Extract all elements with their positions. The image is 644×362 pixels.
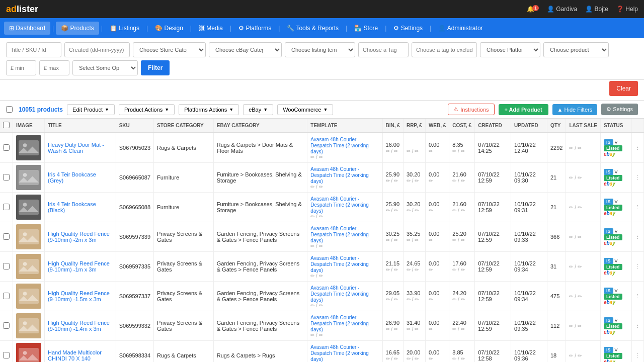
template-link[interactable]: Avasam 48h Courier - Despatch Time (2 wo… bbox=[310, 255, 369, 273]
status-listed-badge: Listed bbox=[604, 234, 622, 240]
row-checkbox[interactable] bbox=[3, 144, 10, 151]
row-store-category-cell: Privacy Screens & Gates bbox=[154, 252, 214, 282]
template-edit-icons: ✏ / ✏ bbox=[310, 243, 379, 249]
price-min-input[interactable] bbox=[6, 60, 36, 75]
add-product-button[interactable]: + Add Product bbox=[499, 104, 548, 115]
row-checkbox[interactable] bbox=[3, 263, 10, 269]
listing-template-select[interactable]: Choose listing templat... bbox=[285, 42, 355, 57]
template-link[interactable]: Avasam 48h Courier - Despatch Time (2 wo… bbox=[310, 196, 369, 214]
platform-select[interactable]: Choose Platform bbox=[480, 42, 540, 57]
template-link[interactable]: Avasam 48h Courier - Despatch Time (2 wo… bbox=[310, 344, 369, 362]
notification-bell[interactable]: 🔔1 bbox=[527, 6, 539, 13]
product-actions-button[interactable]: Product Actions ▼ bbox=[119, 104, 175, 115]
nav-administrator[interactable]: 👤 Administrator bbox=[433, 22, 488, 35]
hide-filters-button[interactable]: ▲ Hide Filters bbox=[552, 104, 598, 115]
options-select[interactable]: Select Some Options bbox=[72, 60, 138, 75]
row-web-cell: 0.00✏ bbox=[425, 252, 449, 282]
nav-design[interactable]: 🎨 Design bbox=[150, 22, 188, 35]
row-checkbox[interactable] bbox=[3, 233, 10, 240]
product-title-link[interactable]: High Quality Reed Fence (9-10mm) -1.5m x… bbox=[48, 290, 110, 302]
row-updated-cell: 10/10/22 09:34 bbox=[511, 282, 547, 311]
title-sku-id-input[interactable] bbox=[6, 42, 61, 57]
row-template-cell: Avasam 48h Courier - Despatch Time (2 wo… bbox=[307, 282, 382, 311]
col-ebay-category: EBAY CATEGORY bbox=[213, 119, 307, 133]
row-status-cell: IS V Listed ebay bbox=[600, 282, 631, 311]
tag-exclude-input[interactable] bbox=[412, 42, 477, 57]
row-qty-cell: 475 bbox=[547, 282, 566, 311]
row-more-cell: ⋮ bbox=[631, 133, 643, 163]
store-category-select[interactable]: Choose Store Category bbox=[133, 42, 206, 57]
edit-product-button[interactable]: Edit Product ▼ bbox=[67, 104, 115, 115]
nav-products[interactable]: 📦 Products bbox=[56, 22, 99, 35]
row-checkbox[interactable] bbox=[3, 293, 10, 299]
template-link[interactable]: Avasam 48h Courier - Despatch Time (2 wo… bbox=[310, 315, 369, 332]
status-is-badge: IS bbox=[604, 347, 613, 353]
product-title-link[interactable]: Iris 4 Teir Bookcase (Grey) bbox=[48, 171, 96, 184]
row-title-cell: High Quality Reed Fence (9-10mm) -1m x 3… bbox=[45, 252, 116, 282]
help-link[interactable]: ❓ Help bbox=[616, 6, 638, 13]
row-checkbox[interactable] bbox=[3, 204, 10, 210]
more-icon[interactable]: ⋮ bbox=[635, 204, 640, 210]
more-icon[interactable]: ⋮ bbox=[635, 234, 640, 240]
more-icon[interactable]: ⋮ bbox=[635, 323, 640, 329]
product-thumbnail bbox=[16, 343, 41, 362]
product-title-link[interactable]: Iris 4 Teir Bookcase (Black) bbox=[48, 201, 96, 213]
product-title-link[interactable]: Heavy Duty Door Mat - Wash & Clean bbox=[48, 142, 104, 154]
row-checkbox[interactable] bbox=[3, 174, 10, 180]
table-row: Hand Made Multicolor CHINDI 70 X 140 S06… bbox=[0, 341, 644, 363]
table-row: High Quality Reed Fence (9-10mm) -1.4m x… bbox=[0, 311, 644, 341]
status-is-badge: IS bbox=[604, 139, 613, 145]
row-more-cell: ⋮ bbox=[631, 163, 643, 193]
more-icon[interactable]: ⋮ bbox=[635, 293, 640, 299]
row-web-cell: 0.00✏ bbox=[425, 133, 449, 163]
product-type-select[interactable]: Choose product type... bbox=[543, 42, 609, 57]
template-link[interactable]: Avasam 48h Courier - Despatch Time (2 wo… bbox=[310, 226, 369, 243]
ebay-category-select[interactable]: Choose eBay Category bbox=[209, 42, 282, 57]
product-title-link[interactable]: High Quality Reed Fence (9-10mm) -2m x 3… bbox=[48, 231, 110, 243]
price-max-input[interactable] bbox=[39, 60, 69, 75]
select-all-checkbox[interactable] bbox=[6, 106, 13, 113]
header-checkbox[interactable] bbox=[3, 122, 10, 128]
row-rrp-cell: 33.90✏ / ✏ bbox=[403, 282, 425, 311]
row-updated-cell: 10/10/22 12:40 bbox=[511, 133, 547, 163]
user-bojte[interactable]: 👤 Bojte bbox=[585, 6, 608, 13]
more-icon[interactable]: ⋮ bbox=[635, 352, 640, 358]
row-title-cell: Iris 4 Teir Bookcase (Black) bbox=[45, 193, 116, 222]
more-icon[interactable]: ⋮ bbox=[635, 145, 640, 151]
platforms-actions-button[interactable]: Platforms Actions ▼ bbox=[179, 104, 239, 115]
template-link[interactable]: Avasam 48h Courier - Despatch Time (2 wo… bbox=[310, 166, 369, 184]
template-link[interactable]: Avasam 48h Courier - Despatch Time (2 wo… bbox=[310, 137, 369, 154]
created-date-input[interactable] bbox=[64, 42, 130, 57]
product-title-link[interactable]: High Quality Reed Fence (9-10mm) -1.4m x… bbox=[48, 320, 110, 332]
clear-button[interactable]: Clear bbox=[609, 81, 638, 96]
nav-store[interactable]: 🏪 Store bbox=[349, 22, 383, 35]
nav-platforms[interactable]: ⚙ Platforms bbox=[233, 22, 276, 35]
woocommerce-button[interactable]: WooCommerce ▼ bbox=[277, 104, 333, 115]
tag-input[interactable] bbox=[358, 42, 409, 57]
template-link[interactable]: Avasam 48h Courier - Despatch Time (2 wo… bbox=[310, 285, 369, 303]
product-title-link[interactable]: High Quality Reed Fence (9-10mm) -1m x 3… bbox=[48, 260, 110, 273]
nav-media[interactable]: 🖼 Media bbox=[194, 22, 228, 35]
row-checkbox[interactable] bbox=[3, 322, 10, 329]
ebay-button[interactable]: eBay ▼ bbox=[243, 104, 273, 115]
nav-dashboard[interactable]: ⊞ Dashboard bbox=[4, 22, 50, 35]
product-title-link[interactable]: Hand Made Multicolor CHINDI 70 X 140 bbox=[48, 349, 102, 361]
nav-settings[interactable]: ⚙ Settings bbox=[388, 22, 428, 35]
row-store-category-cell: Privacy Screens & Gates bbox=[154, 311, 214, 341]
row-store-category-cell: Rugs & Carpets bbox=[154, 133, 214, 163]
nav-listings[interactable]: 📋 Listings bbox=[105, 22, 144, 35]
more-icon[interactable]: ⋮ bbox=[635, 263, 640, 269]
ebay-logo: ebay bbox=[604, 270, 615, 276]
nav-tools[interactable]: 🔧 Tools & Reports bbox=[282, 22, 344, 35]
row-ebay-category-cell: Garden Fencing, Privacy Screens & Gates … bbox=[213, 282, 307, 311]
user-gardiva[interactable]: 👤 Gardiva bbox=[547, 6, 577, 13]
row-store-category-cell: Privacy Screens & Gates bbox=[154, 282, 214, 311]
settings-button[interactable]: ⚙ Settings bbox=[601, 104, 638, 115]
instructions-button[interactable]: ⚠ Instructions bbox=[448, 104, 494, 115]
row-checkbox-cell bbox=[0, 311, 13, 341]
filter-button[interactable]: Filter bbox=[141, 60, 170, 75]
row-checkbox[interactable] bbox=[3, 352, 10, 358]
ebay-logo: ebay bbox=[604, 300, 615, 305]
more-icon[interactable]: ⋮ bbox=[635, 174, 640, 180]
status-v: V bbox=[615, 169, 618, 174]
